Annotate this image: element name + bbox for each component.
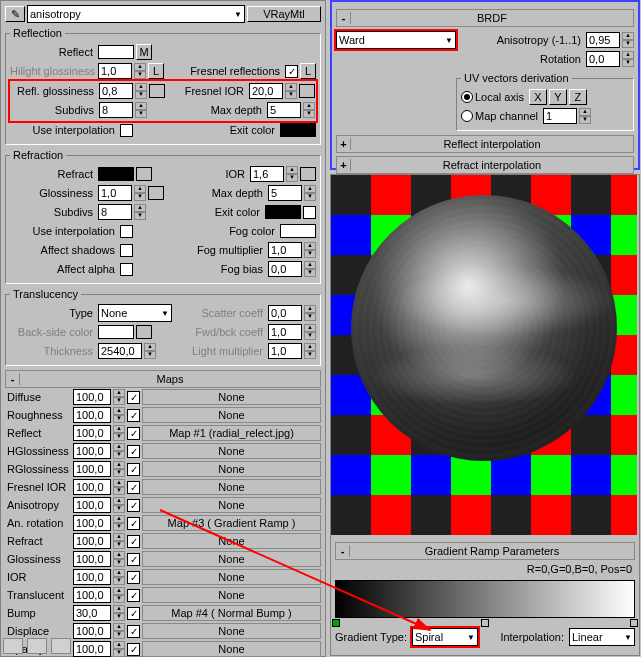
fresnel-ior-input[interactable] — [249, 83, 283, 99]
spinner-icon[interactable]: ▲▼ — [134, 185, 146, 201]
spinner-icon[interactable]: ▲▼ — [113, 443, 125, 459]
gradient-stop[interactable] — [332, 619, 340, 627]
refr-use-interp-checkbox[interactable] — [120, 225, 133, 238]
reflect-swatch[interactable] — [98, 45, 134, 59]
aniso-input[interactable] — [586, 32, 620, 48]
gradient-type-select[interactable]: Spiral — [412, 628, 478, 646]
thickness-input[interactable] — [98, 343, 142, 359]
map-amount-input[interactable] — [73, 587, 111, 603]
map-slot-button[interactable]: Map #3 ( Gradient Ramp ) — [142, 515, 321, 531]
spinner-icon[interactable]: ▲▼ — [304, 185, 316, 201]
l-button-2[interactable]: L — [300, 63, 316, 79]
map-amount-input[interactable] — [73, 497, 111, 513]
map-slot-button[interactable]: None — [142, 569, 321, 585]
map-amount-input[interactable] — [73, 443, 111, 459]
gradient-bar[interactable] — [335, 580, 635, 618]
affect-alpha-checkbox[interactable] — [120, 263, 133, 276]
affect-shadows-checkbox[interactable] — [120, 244, 133, 257]
map-on-checkbox[interactable]: ✓ — [127, 391, 140, 404]
spinner-icon[interactable]: ▲▼ — [622, 32, 634, 48]
spinner-icon[interactable]: ▲▼ — [113, 551, 125, 567]
refl-gloss-input[interactable] — [99, 83, 133, 99]
map-slot-button[interactable]: None — [142, 461, 321, 477]
map-slot-button[interactable]: None — [142, 551, 321, 567]
map-slot-button[interactable]: None — [142, 389, 321, 405]
map-on-checkbox[interactable]: ✓ — [127, 553, 140, 566]
map-amount-input[interactable] — [73, 515, 111, 531]
map-amount-input[interactable] — [73, 569, 111, 585]
map-slot-button[interactable]: None — [142, 641, 321, 657]
maps-rollup-header[interactable]: - Maps — [5, 370, 321, 388]
refr-ior-input[interactable] — [250, 166, 284, 182]
refr-subdivs-input[interactable] — [98, 204, 132, 220]
map-on-checkbox[interactable]: ✓ — [127, 517, 140, 530]
subdivs-input[interactable] — [99, 102, 133, 118]
map-on-checkbox[interactable]: ✓ — [127, 427, 140, 440]
map-on-checkbox[interactable]: ✓ — [127, 589, 140, 602]
map-amount-input[interactable] — [73, 461, 111, 477]
map-amount-input[interactable] — [73, 623, 111, 639]
map-slot-button[interactable]: None — [142, 479, 321, 495]
spinner-icon[interactable]: ▲▼ — [304, 242, 316, 258]
trans-type-select[interactable]: None — [98, 304, 172, 322]
pick-material-icon[interactable]: ✎ — [5, 6, 25, 22]
map-on-checkbox[interactable]: ✓ — [127, 499, 140, 512]
spinner-icon[interactable]: ▲▼ — [113, 389, 125, 405]
spinner-icon[interactable]: ▲▼ — [286, 166, 298, 182]
material-name-select[interactable]: anisotropy — [27, 5, 245, 23]
use-interp-checkbox[interactable] — [120, 124, 133, 137]
refr-exit-color-checkbox[interactable] — [303, 206, 316, 219]
scatter-input[interactable] — [268, 305, 302, 321]
spinner-icon[interactable]: ▲▼ — [304, 305, 316, 321]
rollup-header[interactable]: +Reflect interpolation — [336, 135, 634, 153]
map-amount-input[interactable] — [73, 605, 111, 621]
gradient-stop[interactable] — [481, 619, 489, 627]
spinner-icon[interactable]: ▲▼ — [134, 204, 146, 220]
spinner-icon[interactable]: ▲▼ — [113, 479, 125, 495]
spinner-icon[interactable]: ▲▼ — [113, 569, 125, 585]
map-slot-button[interactable]: None — [142, 407, 321, 423]
spinner-icon[interactable]: ▲▼ — [113, 461, 125, 477]
spinner-icon[interactable]: ▲▼ — [113, 533, 125, 549]
refr-maxdepth-input[interactable] — [268, 185, 302, 201]
map-on-checkbox[interactable]: ✓ — [127, 409, 140, 422]
brdf-rollup-header[interactable]: - BRDF — [336, 9, 634, 27]
axis-y-button[interactable]: Y — [549, 89, 567, 105]
spinner-icon[interactable]: ▲▼ — [113, 425, 125, 441]
rollup-header[interactable]: +Refract interpolation — [336, 156, 634, 174]
gradient-stop[interactable] — [630, 619, 638, 627]
fog-mult-input[interactable] — [268, 242, 302, 258]
reflect-m-button[interactable]: M — [136, 44, 152, 60]
local-axis-radio[interactable] — [461, 91, 473, 103]
spinner-icon[interactable]: ▲▼ — [113, 497, 125, 513]
spinner-icon[interactable]: ▲▼ — [135, 83, 147, 99]
spinner-icon[interactable]: ▲▼ — [113, 515, 125, 531]
spinner-icon[interactable]: ▲▼ — [303, 102, 315, 118]
map-channel-input[interactable] — [543, 108, 577, 124]
lightmult-input[interactable] — [268, 343, 302, 359]
map-slot-button[interactable]: Map #4 ( Normal Bump ) — [142, 605, 321, 621]
spinner-icon[interactable]: ▲▼ — [304, 261, 316, 277]
spinner-icon[interactable]: ▲▼ — [304, 324, 316, 340]
refr-gloss-map-slot[interactable] — [148, 186, 164, 200]
brdf-model-select[interactable]: Ward — [336, 31, 456, 49]
spinner-icon[interactable]: ▲▼ — [135, 102, 147, 118]
map-slot-button[interactable]: None — [142, 623, 321, 639]
spinner-icon[interactable]: ▲▼ — [113, 587, 125, 603]
spinner-icon[interactable]: ▲▼ — [134, 63, 146, 79]
map-amount-input[interactable] — [73, 533, 111, 549]
map-slot-button[interactable]: None — [142, 497, 321, 513]
map-slot-button[interactable]: None — [142, 587, 321, 603]
fwdbck-input[interactable] — [268, 324, 302, 340]
map-on-checkbox[interactable]: ✓ — [127, 625, 140, 638]
axis-z-button[interactable]: Z — [569, 89, 587, 105]
spinner-icon[interactable]: ▲▼ — [285, 83, 297, 99]
spinner-icon[interactable]: ▲▼ — [579, 108, 591, 124]
rotation-input[interactable] — [586, 51, 620, 67]
refr-exit-color-swatch[interactable] — [265, 205, 301, 219]
refract-swatch[interactable] — [98, 167, 134, 181]
map-on-checkbox[interactable]: ✓ — [127, 607, 140, 620]
map-on-checkbox[interactable]: ✓ — [127, 643, 140, 656]
map-on-checkbox[interactable]: ✓ — [127, 445, 140, 458]
spinner-icon[interactable]: ▲▼ — [304, 343, 316, 359]
